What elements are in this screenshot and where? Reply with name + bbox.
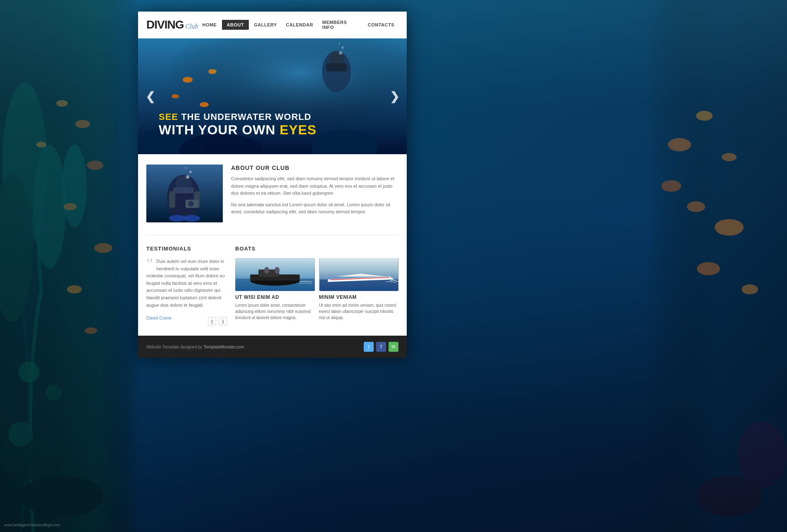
boat-item-1: UT WISI ENIM AD Lorem ipsum dolor amet, …	[235, 258, 315, 321]
hero-line2: WITH YOUR OWN EYES	[159, 122, 317, 138]
svg-point-51	[184, 215, 200, 222]
boat-item-2: MINIM VENIAM Ut wisi enim ad minim venia…	[319, 258, 399, 321]
hero-line2-yellow: EYES	[280, 122, 317, 137]
hero-line1-white: THE UNDERWATER WORLD	[181, 112, 311, 122]
boat-image-2	[319, 258, 399, 291]
hero-text: SEE THE UNDERWATER WORLD WITH YOUR OWN E…	[159, 112, 317, 138]
boat-image-1	[235, 258, 315, 291]
boat-name-1: UT WISI ENIM AD	[235, 294, 315, 300]
logo-diving: DIVING	[146, 18, 184, 31]
website-container: DIVING Club HOME ABOUT GALLERY CALENDAR …	[138, 12, 407, 358]
about-title: ABOUT OUR CLUB	[231, 165, 398, 171]
testimonial-nav: ❮ ❯	[208, 317, 227, 325]
about-paragraph-1: Consetetur sadipscing elitr, sed diam no…	[231, 175, 398, 197]
site-nav: HOME ABOUT GALLERY CALENDAR MEMBERS INFO…	[198, 12, 398, 38]
svg-point-41	[339, 51, 342, 55]
svg-point-35	[208, 69, 217, 74]
testimonials-col: TESTIMONIALS " Duis autem vel eum iriure…	[146, 246, 227, 325]
svg-point-63	[274, 267, 279, 274]
social-facebook-btn[interactable]: f	[376, 342, 386, 352]
svg-point-62	[264, 267, 269, 274]
svg-point-50	[169, 215, 186, 222]
content-area: ABOUT OUR CLUB Consetetur sadipscing eli…	[138, 154, 407, 336]
about-image	[146, 165, 223, 222]
svg-rect-48	[169, 191, 175, 208]
social-twitter-btn[interactable]: t	[364, 342, 374, 352]
two-col-section: TESTIMONIALS " Duis autem vel eum iriure…	[146, 246, 398, 325]
footer-social: t f ✉	[364, 342, 398, 352]
testimonial-text: Duis autem vel eum iriure dolor in hendr…	[146, 258, 227, 309]
svg-point-56	[185, 167, 186, 169]
testimonial-next-btn[interactable]: ❯	[219, 317, 227, 325]
svg-point-34	[183, 77, 193, 83]
nav-about[interactable]: ABOUT	[222, 20, 249, 30]
footer-text: Website Template designed by TemplateMon…	[146, 345, 244, 349]
hero-slider: SEE THE UNDERWATER WORLD WITH YOUR OWN E…	[138, 38, 407, 154]
footer-link[interactable]: TemplateMonster.com	[203, 345, 244, 349]
svg-point-53	[188, 201, 194, 207]
nav-gallery[interactable]: GALLERY	[250, 20, 281, 30]
boats-grid: UT WISI ENIM AD Lorem ipsum dolor amet, …	[235, 258, 398, 321]
boat-desc-2: Ut wisi enim ad minim veniam, quis nostr…	[319, 302, 399, 321]
boat-name-2: MINIM VENIAM	[319, 294, 399, 300]
testimonial-block: " Duis autem vel eum iriure dolor in hen…	[146, 258, 227, 309]
site-footer: Website Template designed by TemplateMon…	[138, 336, 407, 358]
svg-rect-40	[326, 63, 347, 72]
testimonials-title: TESTIMONIALS	[146, 246, 227, 252]
hero-line1: SEE THE UNDERWATER WORLD	[159, 112, 317, 122]
about-section: ABOUT OUR CLUB Consetetur sadipscing eli…	[146, 165, 398, 222]
browser-url-bar: www.heritagechristiancollege.com	[4, 523, 60, 527]
boats-col: BOATS	[235, 246, 398, 325]
hero-line1-yellow: SEE	[159, 112, 181, 122]
svg-point-42	[341, 46, 344, 49]
nav-contacts[interactable]: CONTACTS	[364, 20, 398, 30]
svg-point-54	[186, 175, 189, 179]
site-header: DIVING Club HOME ABOUT GALLERY CALENDAR …	[138, 12, 407, 38]
nav-members-info[interactable]: MEMBERS INFO	[318, 17, 363, 32]
quote-icon: "	[146, 256, 153, 272]
logo-club: Club	[185, 23, 198, 30]
svg-point-36	[172, 94, 179, 98]
social-email-btn[interactable]: ✉	[389, 342, 398, 352]
footer-text-label: Website Template designed by	[146, 345, 203, 349]
section-divider	[146, 235, 398, 235]
slider-next-button[interactable]: ❯	[387, 89, 402, 104]
boats-title: BOATS	[235, 246, 398, 252]
boat-desc-1: Lorem ipsum dolor amet, consectetuer adi…	[235, 302, 315, 321]
nav-calendar[interactable]: CALENDAR	[282, 20, 317, 30]
about-text: ABOUT OUR CLUB Consetetur sadipscing eli…	[231, 165, 398, 222]
svg-point-43	[339, 43, 340, 44]
site-logo: DIVING Club	[146, 18, 198, 31]
testimonial-prev-btn[interactable]: ❮	[208, 317, 216, 325]
nav-home[interactable]: HOME	[198, 20, 221, 30]
hero-line2-white: WITH YOUR OWN	[159, 122, 280, 137]
svg-point-37	[200, 102, 209, 107]
svg-rect-47	[173, 187, 194, 193]
testimonial-author[interactable]: David Crane	[146, 315, 172, 320]
slider-prev-button[interactable]: ❮	[143, 89, 157, 104]
about-paragraph-2: No sea takimata sanctus est Lorem ipsum …	[231, 201, 398, 216]
svg-point-55	[189, 171, 192, 173]
